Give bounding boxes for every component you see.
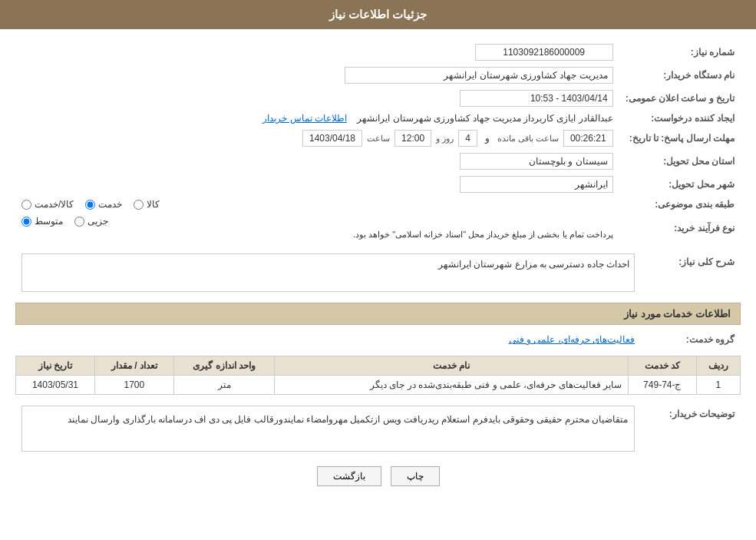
deadline-days-label: روز و <box>436 134 454 144</box>
need-number-box: 1103092186000009 <box>475 44 613 61</box>
cell-code: ج-74-749 <box>628 376 696 395</box>
cell-radif: 1 <box>696 376 740 395</box>
buyer-notes-label: توضیحات خریدار: <box>641 403 741 455</box>
creator-label: ایجاد کننده درخواست: <box>619 110 741 127</box>
row-need-number: شماره نیاز: 1103092186000009 <box>15 41 741 64</box>
row-category: طبقه بندی موضوعی: کالا/خدمت خدمت کالا <box>15 196 741 213</box>
need-desc-label: شرح کلی نیاز: <box>641 250 741 295</box>
category-label: طبقه بندی موضوعی: <box>619 196 741 213</box>
category-kala-radio[interactable] <box>134 200 144 210</box>
notes-table: توضیحات خریدار: متقاضیان محترم حقیقی وحق… <box>15 403 741 455</box>
process-label: نوع فرآیند خرید: <box>619 213 741 243</box>
deadline-row: 00:26:21 ساعت باقی مانده و 4 روز و 12:00… <box>21 130 613 147</box>
info-table: شماره نیاز: 1103092186000009 نام دستگاه … <box>15 41 741 243</box>
category-khidmat-label: خدمت <box>98 199 122 210</box>
category-kala-khidmat: کالا/خدمت <box>21 199 74 210</box>
process-note: پرداخت تمام یا بخشی از مبلغ خریداز محل "… <box>21 230 613 240</box>
deadline-days-box: 4 <box>458 130 477 147</box>
process-value: متوسط جزیی پرداخت تمام یا بخشی از مبلغ خ… <box>15 213 619 243</box>
buyer-notes-value: متقاضیان محترم حقیقی وحقوقی بایدفرم استع… <box>15 403 641 455</box>
service-table: ردیف کد خدمت نام خدمت واحد اندازه گیری ت… <box>15 356 741 395</box>
city-label: شهر محل تحویل: <box>619 173 741 196</box>
row-creator: ایجاد کننده درخواست: عبدالقادر ایازی کار… <box>15 110 741 127</box>
contact-link[interactable]: اطلاعات تماس خریدار <box>262 113 347 124</box>
deadline-value: 00:26:21 ساعت باقی مانده و 4 روز و 12:00… <box>15 127 619 150</box>
process-radio-group: متوسط جزیی <box>21 216 613 227</box>
process-container: متوسط جزیی پرداخت تمام یا بخشی از مبلغ خ… <box>21 216 613 240</box>
category-kala-label: کالا <box>147 199 160 210</box>
province-value: سیستان و بلوچستان <box>15 150 619 173</box>
deadline-date-box: 1403/04/18 <box>302 130 362 147</box>
service-table-head: ردیف کد خدمت نام خدمت واحد اندازه گیری ت… <box>16 356 741 376</box>
service-group-table: گروه خدمت: فعالیت‌های حرفه‌ای، علمی و فن… <box>15 331 741 348</box>
process-motavasset: متوسط <box>21 216 63 227</box>
need-number-label: شماره نیاز: <box>619 41 741 64</box>
cell-date: 1403/05/31 <box>16 376 95 395</box>
cell-quantity: 1700 <box>94 376 173 395</box>
buyer-notes-box: متقاضیان محترم حقیقی وحقوقی بایدفرم استع… <box>21 406 635 452</box>
category-value: کالا/خدمت خدمت کالا <box>15 196 619 213</box>
province-label: استان محل تحویل: <box>619 150 741 173</box>
category-kala: کالا <box>134 199 160 210</box>
deadline-label: مهلت ارسال پاسخ: تا تاریخ: <box>619 127 741 150</box>
service-group-label: گروه خدمت: <box>641 331 741 348</box>
deadline-time-box: 12:00 <box>395 130 431 147</box>
page-header: جزئیات اطلاعات نیاز <box>0 0 756 29</box>
need-number-value: 1103092186000009 <box>162 41 619 64</box>
announcement-date-label: تاریخ و ساعت اعلان عمومی: <box>619 87 741 110</box>
content-area: شماره نیاز: 1103092186000009 نام دستگاه … <box>0 29 756 505</box>
cell-name: سایر فعالیت‌های حرفه‌ای، علمی و فنی طبقه… <box>275 376 629 395</box>
page-wrapper: جزئیات اطلاعات نیاز شماره نیاز: 11030921… <box>0 0 756 540</box>
deadline-remaining-label: ساعت باقی مانده <box>497 134 559 144</box>
category-radio-group: کالا/خدمت خدمت کالا <box>21 199 613 210</box>
creator-text: عبدالقادر ایازی کاربرداز مدیریت جهاد کشا… <box>357 113 612 124</box>
service-table-body: 1 ج-74-749 سایر فعالیت‌های حرفه‌ای، علمی… <box>16 376 741 395</box>
process-motavasset-label: متوسط <box>35 216 63 227</box>
category-kala-khidmat-radio[interactable] <box>21 200 31 210</box>
row-deadline: مهلت ارسال پاسخ: تا تاریخ: 00:26:21 ساعت… <box>15 127 741 150</box>
col-radif: ردیف <box>696 356 740 376</box>
category-kala-khidmat-label: کالا/خدمت <box>35 199 74 210</box>
category-khidmat: خدمت <box>85 199 122 210</box>
button-row: چاپ بازگشت <box>15 466 741 486</box>
row-buyer-notes: توضیحات خریدار: متقاضیان محترم حقیقی وحق… <box>15 403 741 455</box>
deadline-remaining-box: 00:26:21 <box>563 130 613 147</box>
row-process: نوع فرآیند خرید: متوسط جزیی <box>15 213 741 243</box>
need-desc-box: احداث جاده دسترسی به مزارع شهرستان ایران… <box>21 253 635 292</box>
creator-value: عبدالقادر ایازی کاربرداز مدیریت جهاد کشا… <box>39 110 619 127</box>
col-quantity: تعداد / مقدار <box>94 356 173 376</box>
process-jozii: جزیی <box>74 216 108 227</box>
process-motavasset-radio[interactable] <box>21 217 31 227</box>
announcement-date-value: 1403/04/14 - 10:53 <box>39 87 619 110</box>
col-unit: واحد اندازه گیری <box>173 356 275 376</box>
service-group-link[interactable]: فعالیت‌های حرفه‌ای، علمی و فنی <box>509 334 635 345</box>
page-title: جزئیات اطلاعات نیاز <box>329 8 427 21</box>
province-box: سیستان و بلوچستان <box>460 153 613 170</box>
row-province: استان محل تحویل: سیستان و بلوچستان <box>15 150 741 173</box>
category-khidmat-radio[interactable] <box>85 200 95 210</box>
services-section-header: اطلاعات خدمات مورد نیاز <box>15 303 741 325</box>
cell-unit: متر <box>173 376 275 395</box>
need-desc-table: شرح کلی نیاز: احداث جاده دسترسی به مزارع… <box>15 250 741 295</box>
city-box: ایرانشهر <box>460 176 613 193</box>
row-need-desc: شرح کلی نیاز: احداث جاده دسترسی به مزارع… <box>15 250 741 295</box>
process-jozii-radio[interactable] <box>74 217 84 227</box>
col-name: نام خدمت <box>275 356 629 376</box>
announcement-date-box: 1403/04/14 - 10:53 <box>460 90 613 107</box>
row-service-group: گروه خدمت: فعالیت‌های حرفه‌ای، علمی و فن… <box>15 331 741 348</box>
row-city: شهر محل تحویل: ایرانشهر <box>15 173 741 196</box>
need-desc-value: احداث جاده دسترسی به مزارع شهرستان ایران… <box>15 250 641 295</box>
table-row: 1 ج-74-749 سایر فعالیت‌های حرفه‌ای، علمی… <box>16 376 741 395</box>
buyer-org-label: نام دستگاه خریدار: <box>619 64 741 87</box>
service-table-header-row: ردیف کد خدمت نام خدمت واحد اندازه گیری ت… <box>16 356 741 376</box>
buyer-org-value: مدیریت جهاد کشاورزی شهرستان ایرانشهر <box>39 64 619 87</box>
col-date: تاریخ نیاز <box>16 356 95 376</box>
back-button[interactable]: بازگشت <box>317 466 381 486</box>
buyer-org-box: مدیریت جهاد کشاورزی شهرستان ایرانشهر <box>345 67 613 84</box>
process-jozii-label: جزیی <box>87 216 108 227</box>
service-group-value: فعالیت‌های حرفه‌ای، علمی و فنی <box>15 331 641 348</box>
print-button[interactable]: چاپ <box>391 466 440 486</box>
col-code: کد خدمت <box>628 356 696 376</box>
deadline-time-label: ساعت <box>367 134 390 144</box>
city-value: ایرانشهر <box>15 173 619 196</box>
